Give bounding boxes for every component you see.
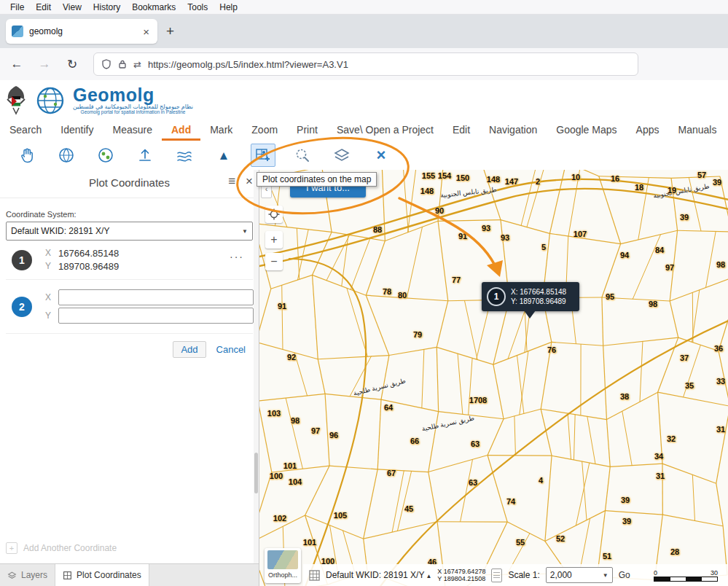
close-toolbar-button[interactable]: × <box>369 144 394 167</box>
scale-selector-icon[interactable] <box>491 569 502 582</box>
basemap-selector[interactable]: Orthoph... <box>265 548 301 583</box>
lock-icon[interactable] <box>118 59 127 69</box>
pan-hand-button[interactable] <box>15 144 39 167</box>
parcel-label: 90 <box>435 206 444 215</box>
layers-stack-button[interactable] <box>329 144 354 167</box>
menu-item-edit[interactable]: Edit <box>30 2 57 12</box>
parcel-label: 16 <box>611 174 619 183</box>
parcel-label: 33 <box>716 377 725 386</box>
coordinate-system-select[interactable]: Default WKID: 28191 X/Y ▼ <box>6 222 253 241</box>
search-coordinates-button[interactable] <box>290 144 315 167</box>
menu-item-file[interactable]: File <box>4 2 30 12</box>
parcel-label: 36 <box>714 344 723 353</box>
nav-identify[interactable]: Identify <box>51 120 103 141</box>
add-button[interactable]: Add <box>173 341 206 358</box>
back-button[interactable]: ← <box>6 53 28 75</box>
chevron-up-icon[interactable]: ▲ <box>426 573 431 579</box>
browser-tab[interactable]: geomolg × <box>6 19 157 44</box>
panel-close-icon[interactable]: × <box>246 175 253 187</box>
parcel-label: 77 <box>452 276 461 284</box>
tab-plot-coordinates[interactable]: Plot Coordinates <box>55 564 149 586</box>
scalebar-start: 0 <box>654 569 657 577</box>
parcel-label: 98 <box>716 260 725 269</box>
nav-manuals[interactable]: Manuals <box>668 120 726 141</box>
map-viewport[interactable]: طريق نابلس الجنوبيةطريق نابلس الجنوبيةطر… <box>259 170 728 586</box>
parcel-label: 94 <box>620 251 629 259</box>
menu-item-history[interactable]: History <box>87 2 126 12</box>
menu-item-view[interactable]: View <box>57 2 87 12</box>
browser-urlbar: ← → ↻ ⇄ https://geomolg.ps/L5/index.html… <box>0 48 728 81</box>
menu-item-help[interactable]: Help <box>214 2 243 12</box>
menu-item-tools[interactable]: Tools <box>181 2 214 12</box>
parcel-label: 155 <box>422 171 435 180</box>
brand-title: Geomolg <box>73 85 193 104</box>
y-coordinate-input[interactable] <box>58 308 254 324</box>
go-button[interactable]: Go <box>619 570 630 580</box>
geomolg-globe-logo <box>35 85 66 116</box>
panel-scrollbar[interactable] <box>254 170 259 564</box>
add-another-coordinate[interactable]: + Add Another Coordinate <box>6 542 117 554</box>
cancel-button[interactable]: Cancel <box>216 344 246 355</box>
parcel-label: 38 <box>620 392 629 401</box>
coordinate-1-x-value: 167664.85148 <box>58 248 119 259</box>
parcel-label: 147 <box>505 177 518 186</box>
overview-globe-button[interactable] <box>54 144 79 167</box>
reload-button[interactable]: ↻ <box>61 53 83 75</box>
nav-search[interactable]: Search <box>0 120 51 141</box>
parcel-label: 34 <box>654 452 663 461</box>
scale-select[interactable]: 2,000 ▼ <box>546 567 613 583</box>
nav-edit[interactable]: Edit <box>443 120 480 141</box>
nav-save-open-a-project[interactable]: Save\ Open a Project <box>327 120 443 141</box>
triangle-tool-button[interactable]: ▲ <box>211 144 236 167</box>
permissions-icon[interactable]: ⇄ <box>133 59 141 70</box>
x-axis-label: X <box>45 292 52 302</box>
chevron-down-icon: ▼ <box>242 228 248 235</box>
grid-icon[interactable] <box>309 570 320 581</box>
panel-menu-icon[interactable]: ≡ <box>228 175 235 187</box>
parcel-label: 35 <box>685 381 694 390</box>
parcel-label: 67 <box>387 469 396 477</box>
y-axis-label: Y <box>45 310 52 321</box>
parcel-label: 105 <box>334 511 347 520</box>
shield-icon[interactable] <box>101 59 111 69</box>
nav-zoom[interactable]: Zoom <box>242 120 287 141</box>
nav-print[interactable]: Print <box>287 120 327 141</box>
statusbar-wkid[interactable]: Default WKID: 28191 X/Y <box>326 570 424 580</box>
upload-button[interactable] <box>133 144 157 167</box>
tab-close-icon[interactable]: × <box>141 26 152 38</box>
world-extent-button[interactable] <box>93 144 118 167</box>
toolbar-tooltip: Plot coordinates on the map <box>257 172 377 187</box>
x-coordinate-input[interactable] <box>58 289 254 305</box>
menu-item-bookmarks[interactable]: Bookmarks <box>126 2 181 12</box>
zoom-out-button[interactable]: − <box>265 253 283 270</box>
parcel-label: 39 <box>622 517 631 526</box>
new-tab-button[interactable]: + <box>166 23 174 39</box>
url-field[interactable]: ⇄ https://geomolg.ps/L5/index.html?viewe… <box>93 52 638 76</box>
plot-coordinates-button[interactable] <box>251 144 275 167</box>
nav-apps[interactable]: Apps <box>627 120 669 141</box>
nav-navigation[interactable]: Navigation <box>480 120 547 141</box>
parcel-label: 57 <box>697 171 706 179</box>
layers-wave-button[interactable] <box>172 144 197 167</box>
scale-label: Scale 1: <box>508 570 539 580</box>
parcel-label: 76 <box>547 345 556 354</box>
app-nav: SearchIdentifyMeasureAddMarkZoomPrintSav… <box>0 120 728 141</box>
tab-layers[interactable]: Layers <box>0 564 55 586</box>
forward-button[interactable]: → <box>34 53 55 75</box>
site-favicon-icon <box>12 26 23 37</box>
scalebar-end: 30 <box>711 569 718 577</box>
parcel-label: 63 <box>469 478 477 487</box>
nav-mark[interactable]: Mark <box>200 120 242 141</box>
nav-google-maps[interactable]: Google Maps <box>547 120 626 141</box>
zoom-in-button[interactable]: + <box>265 231 283 249</box>
parcel-label: 64 <box>384 403 393 412</box>
nav-measure[interactable]: Measure <box>103 120 162 141</box>
url-text[interactable]: https://geomolg.ps/L5/index.html?viewer=… <box>148 59 348 70</box>
parcel-label: 91 <box>458 232 467 241</box>
parcel-label: 39 <box>713 178 721 187</box>
row-options-icon[interactable]: ··· <box>230 251 244 262</box>
nav-add[interactable]: Add <box>162 120 200 141</box>
callout-pointer <box>524 310 536 319</box>
locate-button[interactable] <box>265 206 283 223</box>
tab-plot-coordinates-label: Plot Coordinates <box>77 570 141 580</box>
